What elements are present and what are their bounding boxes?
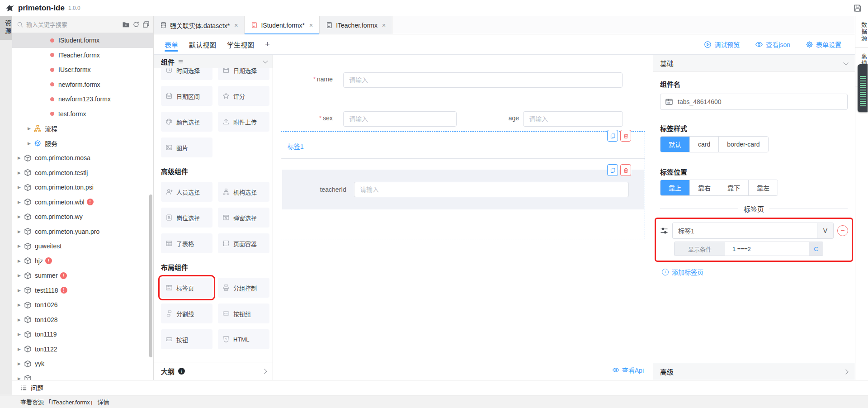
palette-item[interactable]: 机构选择: [218, 182, 269, 202]
expand-arrow-icon[interactable]: ▶: [18, 347, 22, 351]
palette-item[interactable]: 日期区间: [161, 86, 212, 106]
expand-arrow-icon[interactable]: ▶: [18, 200, 22, 204]
new-folder-icon[interactable]: [122, 21, 130, 28]
rail-tab-data-source[interactable]: 数据源: [855, 16, 868, 48]
tree-item[interactable]: ▶ton1119: [12, 327, 153, 342]
tab-student-view[interactable]: 学生视图: [227, 34, 254, 54]
delete-field-button[interactable]: [620, 164, 631, 176]
expand-arrow-icon[interactable]: ▶: [18, 214, 22, 219]
tree-item[interactable]: ▶流程: [12, 121, 153, 136]
expand-arrow-icon[interactable]: ▶: [28, 126, 32, 131]
sex-input[interactable]: [343, 111, 457, 127]
palette-item-tabs-highlighted[interactable]: Tab标签页: [161, 278, 212, 298]
tree-item[interactable]: ▶ton1028: [12, 313, 153, 327]
palette-item[interactable]: 颜色选择: [161, 112, 212, 132]
editor-tab-iteacher[interactable]: ITeacher.formx ×: [320, 16, 392, 34]
advanced-section-header[interactable]: 高级: [653, 363, 855, 380]
tree-item[interactable]: ▶test1118!: [12, 283, 153, 298]
outline-section[interactable]: 大纲 i: [154, 362, 273, 380]
add-view-button[interactable]: +: [265, 34, 270, 54]
teacherid-input[interactable]: [354, 182, 629, 197]
tree-item[interactable]: ▶com.primeton.ton.psi: [12, 180, 153, 195]
teacher-field-row[interactable]: teacherId: [282, 170, 644, 209]
palette-item[interactable]: 岗位选择: [161, 208, 212, 228]
tab-default-view[interactable]: 默认视图: [189, 34, 216, 54]
tab-position-option[interactable]: 靠左: [748, 180, 778, 195]
palette-item[interactable]: 图片: [161, 138, 212, 157]
editor-tab-dataset[interactable]: 强关联实体.datasetx* ×: [154, 16, 245, 34]
copy-widget-button[interactable]: [607, 130, 618, 142]
age-input[interactable]: [523, 111, 623, 127]
widget-tab-label[interactable]: 标签1: [288, 142, 304, 151]
tree-item[interactable]: ▶summer!: [12, 268, 153, 283]
expand-arrow-icon[interactable]: ▶: [18, 332, 22, 337]
tree-item[interactable]: ▶hjz!: [12, 254, 153, 269]
expand-arrow-icon[interactable]: ▶: [28, 141, 32, 146]
tab-position-option[interactable]: 靠右: [689, 180, 719, 195]
expand-arrow-icon[interactable]: ▶: [18, 156, 22, 160]
palette-item[interactable]: 页面容器: [218, 233, 269, 253]
palette-item[interactable]: 分割线: [161, 304, 212, 323]
expand-arrow-icon[interactable]: ▶: [18, 229, 22, 234]
tree-scrollbar[interactable]: [149, 195, 152, 357]
remove-tab-button[interactable]: −: [837, 225, 848, 236]
tree-item[interactable]: ▶com.primeton.yuan.pro: [12, 224, 153, 239]
tree-item[interactable]: newform123.formx: [12, 92, 153, 107]
palette-item[interactable]: 分组控制: [218, 278, 269, 298]
debug-preview-button[interactable]: 调试预览: [704, 40, 740, 49]
palette-item[interactable]: 日期选择: [218, 68, 269, 80]
palette-item[interactable]: 5HTML: [218, 329, 269, 349]
expand-arrow-icon[interactable]: ▶: [18, 273, 22, 278]
tab-style-option[interactable]: card: [689, 137, 718, 152]
problems-bar[interactable]: 问题: [12, 380, 868, 395]
search-input[interactable]: [26, 21, 119, 28]
name-input[interactable]: [343, 72, 623, 88]
chevron-down-icon[interactable]: [263, 58, 268, 63]
expand-arrow-icon[interactable]: ▶: [18, 288, 22, 293]
palette-item[interactable]: 弹窗选择: [218, 208, 269, 228]
sliders-icon[interactable]: [660, 226, 669, 235]
tab-name-input[interactable]: [673, 223, 817, 238]
expand-arrow-icon[interactable]: ▶: [18, 259, 22, 263]
tree-item[interactable]: ▶com.primeton.testlj: [12, 166, 153, 180]
expand-arrow-icon[interactable]: ▶: [18, 171, 22, 175]
tree-item[interactable]: ▶服务: [12, 136, 153, 151]
palette-item[interactable]: 时间选择: [161, 68, 212, 80]
tree-item[interactable]: ▶yyk: [12, 356, 153, 371]
palette-item[interactable]: 子表格: [161, 233, 212, 253]
tree-item-partial[interactable]: ▶: [12, 371, 153, 380]
tab-style-option[interactable]: border-card: [718, 137, 768, 152]
tab-form[interactable]: 表单: [165, 34, 178, 54]
editor-tab-istudent[interactable]: IStudent.formx* ×: [245, 16, 320, 34]
tree-item[interactable]: IUser.formx: [12, 62, 153, 77]
tree-item[interactable]: test.formx: [12, 107, 153, 122]
expand-arrow-icon[interactable]: ▶: [18, 361, 22, 366]
view-json-button[interactable]: 查看json: [755, 40, 790, 49]
tree-item[interactable]: ▶com.primeton.wy: [12, 209, 153, 224]
tree-item[interactable]: ▶com.primeton.wbl!: [12, 195, 153, 210]
tabs-widget[interactable]: 标签1 teacherId: [281, 131, 645, 239]
palette-item[interactable]: BTN按钮: [161, 329, 212, 349]
close-tab-icon[interactable]: ×: [309, 22, 313, 29]
tab-style-option[interactable]: 默认: [660, 137, 689, 152]
condition-clear-button[interactable]: C: [809, 242, 823, 256]
tree-item[interactable]: IStudent.formx: [12, 33, 153, 48]
refresh-icon[interactable]: [132, 21, 140, 28]
collapse-all-icon[interactable]: [142, 21, 150, 28]
palette-item[interactable]: 评分: [218, 86, 269, 106]
expand-arrow-icon[interactable]: ▶: [18, 376, 22, 380]
expand-arrow-icon[interactable]: ▶: [18, 303, 22, 307]
component-name-input[interactable]: Tab tabs_48614600: [660, 94, 848, 110]
tree-item[interactable]: ▶com.primeton.mosa: [12, 151, 153, 166]
view-api-link[interactable]: 查看Api: [612, 365, 644, 375]
palette-header[interactable]: 组件: [154, 55, 273, 68]
palette-item[interactable]: BTN按钮组: [218, 304, 269, 323]
recorder-widget[interactable]: [858, 64, 868, 112]
tree-item[interactable]: ITeacher.formx: [12, 48, 153, 63]
tree-item[interactable]: newform.formx: [12, 77, 153, 92]
expand-arrow-icon[interactable]: ▶: [18, 244, 22, 248]
tab-position-option[interactable]: 靠上: [660, 180, 689, 195]
tree-item[interactable]: ▶ton1122: [12, 342, 153, 357]
palette-item[interactable]: 人员选择: [161, 182, 212, 202]
delete-widget-button[interactable]: [620, 130, 631, 142]
